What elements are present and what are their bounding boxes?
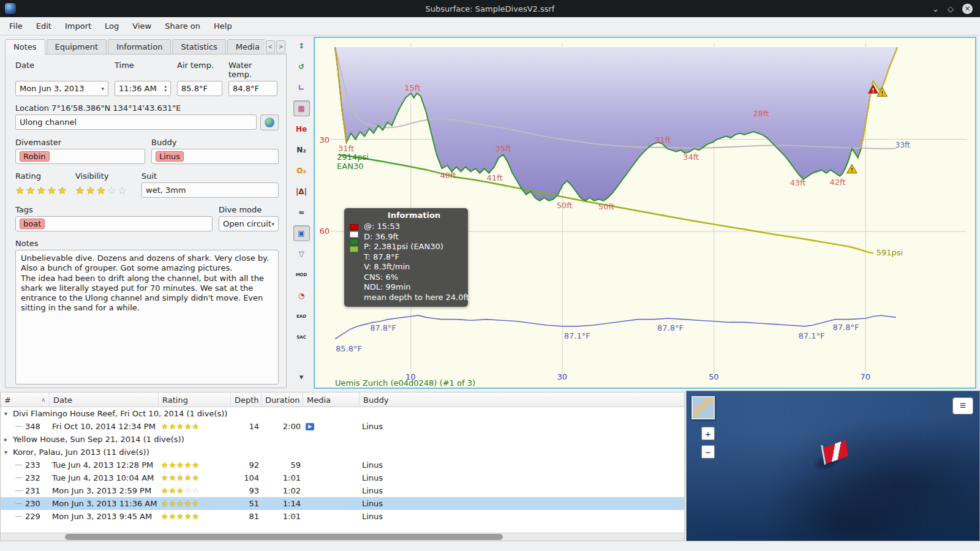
dc-ceiling-icon[interactable]: |Δ| [293,184,310,200]
menu-item[interactable]: File [2,18,29,34]
dive-list-row[interactable]: 348 Fri Oct 10, 2014 12:34 PM ★★★★★ 14 2… [1,420,684,433]
dive-list-row[interactable]: 229 Mon Jun 3, 2013 9:45 AM ★★★★★ 81 1:0… [1,510,684,523]
dive-list-row[interactable]: 231 Mon Jun 3, 2013 2:59 PM ★★★☆☆ 93 1:0… [1,484,684,497]
group-toggle-icon[interactable]: ▾ [4,449,13,455]
dive-list-row[interactable]: ▾Koror, Palau, Jun 2013 (11 dive(s)) [1,446,684,459]
notes-textarea[interactable]: Unbelievable dive. Dozens and dozens of … [15,250,279,384]
column-header-number[interactable]: #∧ [1,392,50,407]
svg-text:15ft: 15ft [404,83,420,92]
heart-rate-icon[interactable]: ≈ [293,204,310,220]
dive-list-row[interactable]: ▾Divi Flamingo House Reef, Fri Oct 10, 2… [1,407,684,420]
scrollbar-thumb[interactable] [65,534,503,540]
column-header-date[interactable]: Date [50,392,159,407]
close-icon[interactable]: × [962,4,973,14]
svg-text:50ft: 50ft [557,201,573,210]
tab[interactable]: Equipment [47,39,107,54]
mod-icon[interactable]: MOD [293,267,310,283]
menu-item[interactable]: Edit [29,18,58,34]
grid-toggle-icon[interactable]: ▦ [293,100,310,116]
zoom-in-button[interactable]: + [701,427,715,440]
dive-buddy: Linus [360,459,684,471]
dive-list-row[interactable]: 233 Tue Jun 4, 2013 12:28 PM ★★★★★ 92 59… [1,459,684,471]
pp-oxygen-icon[interactable]: O₂ [293,163,310,179]
tree-branch [15,516,22,517]
profile-information-box: Information @: 15:53D: 36.9ftP: 2,381psi… [344,208,468,307]
rating-stars[interactable]: ★★★★★ [15,182,69,198]
dive-site-marker[interactable] [823,443,851,471]
dive-duration: 2:00 [262,420,303,433]
column-header-duration[interactable]: Duration [262,392,303,407]
dive-depth: 14 [231,420,262,433]
minimize-icon[interactable]: ⌄ [932,4,939,13]
dive-depth: 93 [231,484,262,497]
water-temp-field[interactable]: 84.8°F [228,81,277,96]
column-header-media[interactable]: Media [303,392,360,407]
tab[interactable]: Information [108,39,171,54]
time-label: Time [115,61,171,79]
visibility-stars[interactable]: ★★★☆☆ [75,182,135,198]
zoom-out-button[interactable]: − [701,445,715,459]
column-header-depth[interactable]: Depth [231,392,262,407]
ndl-tts-icon[interactable]: ◔ [293,288,310,304]
chevron-down-icon: ▾ [271,221,274,227]
group-toggle-icon[interactable]: ▾ [4,410,13,417]
tab[interactable]: Media [227,39,265,54]
calc-ceiling-icon[interactable]: ▽ [293,246,310,262]
column-header-rating[interactable]: Rating [159,392,231,407]
buddy-chip[interactable]: Linus [156,151,184,162]
tab-label: Information [116,42,162,51]
time-spinbox[interactable]: 11:36 AM▴▾ [115,81,171,96]
infobox-lines: @: 15:53D: 36.9ftP: 2,381psi (EAN30)T: 8… [364,222,464,302]
pp-helium-icon[interactable]: He [293,121,310,137]
svg-text:87.8°F: 87.8°F [657,323,684,332]
tab[interactable]: Notes [5,39,45,54]
tag-chip[interactable]: boat [20,219,45,229]
maximize-icon[interactable]: ◇ [948,4,954,13]
menu-item[interactable]: Help [207,18,239,34]
axes-ruler-icon[interactable]: ∟ [293,80,310,96]
date-select[interactable]: Mon Jun 3, 2013▾ [15,81,108,96]
dive-mode-select[interactable]: Open circuit▾ [219,216,279,231]
tags-field[interactable]: boat [15,216,213,231]
menu-item[interactable]: View [126,18,158,34]
buddy-field[interactable]: Linus [151,149,279,164]
spinner-arrows-icon[interactable]: ▴▾ [164,84,167,93]
divemaster-chip[interactable]: Robin [20,151,50,162]
reset-zoom-icon[interactable]: ↺ [293,59,310,75]
tab-scroll-right-button[interactable]: > [276,40,285,53]
dive-depth: 81 [231,510,262,523]
map-pane[interactable]: + − ≡ [686,391,980,541]
legend-swatch [350,231,358,238]
tab-bar: Notes Equipment Information Statistics M… [5,38,287,54]
air-temp-field[interactable]: 85.8°F [177,81,222,96]
tab-scroll-left-button[interactable]: < [266,40,275,53]
svg-text:85.8°F: 85.8°F [336,344,362,353]
titlebar[interactable]: Subsurface: SampleDivesV2.ssrf ⌄ ◇ × [0,0,980,17]
media-icon[interactable]: ▶ [306,423,314,430]
scale-graph-icon[interactable]: ↕ [293,38,310,54]
dive-profile-pane[interactable]: !!!306010305070Uemis Zurich (e04d0248) (… [314,37,976,389]
sac-icon[interactable]: SAC [293,329,310,345]
visibility-label: Visibility [75,171,135,181]
location-field[interactable]: Ulong channel [15,114,257,130]
tab[interactable]: Statistics [172,39,225,54]
map-menu-button[interactable]: ≡ [952,397,973,414]
location-globe-button[interactable] [260,114,279,130]
divemaster-field[interactable]: Robin [15,149,145,164]
group-toggle-icon[interactable]: ▸ [4,436,13,443]
overview-map[interactable] [692,396,715,419]
dive-list-row[interactable]: ▸Yellow House, Sun Sep 21, 2014 (1 dive(… [1,433,684,446]
pp-nitrogen-icon[interactable]: N₂ [293,142,310,158]
collapse-toolbar-button[interactable]: ▾ [293,369,310,384]
dive-list-row[interactable]: 232 Tue Jun 4, 2013 10:04 AM ★★★★★ 104 1… [1,471,684,484]
menu-item[interactable]: Log [98,18,126,34]
dive-list-row[interactable]: 230 Mon Jun 3, 2013 11:36 AM ★★★★★ 51 1:… [1,497,684,510]
photos-toggle-icon[interactable]: ▣ [293,225,310,241]
ead-icon[interactable]: EAD [293,309,310,324]
suit-field[interactable]: wet, 3mm [141,182,279,198]
menu-item[interactable]: Import [58,18,98,34]
column-header-buddy[interactable]: Buddy [360,392,684,407]
horizontal-scrollbar[interactable] [1,533,684,541]
dive-date: Mon Jun 3, 2013 9:45 AM [50,510,159,523]
menu-item[interactable]: Share on [158,18,207,34]
